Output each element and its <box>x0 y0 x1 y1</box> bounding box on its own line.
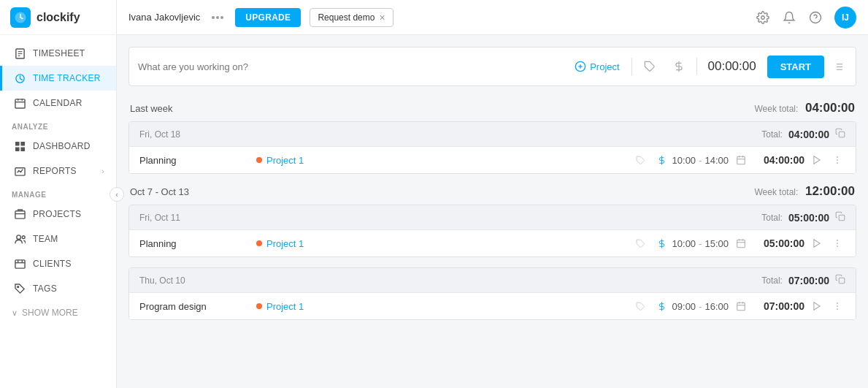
sidebar-item-tags-label: TAGS <box>33 284 57 294</box>
day-total-value-2: 05:00:00 <box>788 212 829 224</box>
project-picker-label: Project <box>590 61 619 72</box>
sidebar-item-reports[interactable]: REPORTS › <box>0 159 116 183</box>
sidebar-item-clients[interactable]: CLIENTS <box>0 251 116 276</box>
day-copy-icon-1[interactable] <box>835 128 845 140</box>
day-header-right-2: Total: 05:00:00 <box>761 211 845 224</box>
week-label-2: Oct 7 - Oct 13 <box>130 186 189 197</box>
analyze-section-label: ANALYZE <box>0 115 116 134</box>
list-view-toggle-button[interactable] <box>830 58 847 75</box>
demo-close-icon[interactable]: × <box>379 12 385 23</box>
svg-point-17 <box>22 235 25 238</box>
project-picker-button[interactable]: Project <box>569 58 625 75</box>
sidebar-item-calendar[interactable]: CALENDAR <box>0 91 116 115</box>
sidebar-item-team[interactable]: TEAM <box>0 227 116 251</box>
entry-project-name[interactable]: Project 1 <box>266 301 304 312</box>
team-icon <box>14 233 26 245</box>
entry-tag-button[interactable] <box>630 302 651 311</box>
svg-rect-39 <box>737 156 745 164</box>
svg-point-67 <box>837 305 838 307</box>
sidebar-collapse-button[interactable]: ‹ <box>110 187 124 202</box>
sidebar-item-reports-label: REPORTS <box>33 166 77 176</box>
clockify-logo-svg <box>14 11 27 24</box>
day-header-right-3: Total: 07:00:00 <box>761 274 845 286</box>
sidebar-item-team-label: TEAM <box>33 234 58 244</box>
svg-rect-61 <box>737 303 745 311</box>
svg-point-16 <box>16 235 20 239</box>
svg-rect-12 <box>15 147 19 151</box>
entry-billable-button[interactable] <box>651 302 672 311</box>
entry-play-button[interactable] <box>804 301 829 311</box>
settings-icon[interactable] <box>756 10 770 25</box>
logo-icon <box>10 7 31 28</box>
time-tracker-icon <box>14 72 26 84</box>
entry-project-info: Project 1 <box>256 238 304 249</box>
week-total-label-2: Week total: <box>755 187 799 197</box>
entry-project-info: Project 1 <box>256 155 304 166</box>
entry-calendar-button[interactable] <box>729 238 753 248</box>
entry-more-button[interactable] <box>829 301 845 311</box>
entry-billable-button[interactable] <box>651 156 672 165</box>
entry-more-button[interactable] <box>829 238 845 248</box>
sidebar-item-time-tracker[interactable]: TIME TRACKER <box>0 66 116 91</box>
sidebar-item-clients-label: CLIENTS <box>33 259 72 269</box>
time-separator: - <box>699 155 702 166</box>
day-copy-icon-2[interactable] <box>835 211 845 224</box>
entry-project-name[interactable]: Project 1 <box>266 155 304 166</box>
request-demo-button[interactable]: Request demo × <box>310 8 393 27</box>
entry-project-name[interactable]: Project 1 <box>266 238 304 249</box>
entry-calendar-button[interactable] <box>729 301 753 311</box>
svg-point-66 <box>837 303 838 304</box>
week-header-1: Last week Week total: 04:00:00 <box>128 101 856 115</box>
svg-point-45 <box>837 159 838 161</box>
svg-rect-18 <box>15 259 24 267</box>
reports-chevron-icon: › <box>101 167 104 175</box>
user-avatar[interactable]: IJ <box>834 7 856 28</box>
entry-billable-button[interactable] <box>651 239 672 248</box>
show-more-button[interactable]: ∨ SHOW MORE <box>0 301 116 324</box>
table-row: Planning Project 1 10:00 - <box>129 147 856 173</box>
show-more-label: SHOW MORE <box>22 308 78 318</box>
svg-rect-13 <box>20 147 25 151</box>
entry-more-button[interactable] <box>829 155 845 165</box>
sidebar-item-timesheet[interactable]: TIMESHEET <box>0 41 116 66</box>
table-row: Planning Project 1 10:00 - <box>129 230 856 256</box>
sidebar-item-tags[interactable]: TAGS <box>0 276 116 301</box>
svg-rect-58 <box>839 278 845 284</box>
entry-play-button[interactable] <box>804 238 829 248</box>
entry-calendar-button[interactable] <box>729 155 753 165</box>
billable-toggle-button[interactable] <box>667 58 691 75</box>
task-description-input[interactable] <box>138 61 563 72</box>
entry-tag-button[interactable] <box>630 156 651 165</box>
header-more-button[interactable] <box>209 13 226 22</box>
sidebar: clockify TIMESHEET TIME TRACKER CALENDAR… <box>0 0 117 388</box>
calendar-icon <box>14 97 26 109</box>
start-timer-button[interactable]: START <box>767 56 824 78</box>
entry-tag-button[interactable] <box>630 239 651 248</box>
day-total-label-3: Total: <box>761 275 783 286</box>
day-header-fri-oct11: Fri, Oct 11 Total: 05:00:00 <box>129 205 856 230</box>
bell-icon[interactable] <box>782 10 796 25</box>
entry-play-button[interactable] <box>804 155 829 165</box>
upgrade-button[interactable]: UPGRADE <box>235 8 301 27</box>
tag-picker-button[interactable] <box>638 58 661 75</box>
sidebar-item-projects[interactable]: PROJECTS <box>0 202 116 227</box>
project-color-dot <box>256 303 262 309</box>
day-copy-icon-3[interactable] <box>835 274 845 286</box>
svg-rect-50 <box>737 240 745 248</box>
project-color-dot <box>256 240 262 246</box>
entry-start-time: 10:00 <box>672 155 696 166</box>
project-color-dot <box>256 157 262 163</box>
entry-time-range: 10:00 - 15:00 <box>672 238 729 249</box>
entry-time-range: 09:00 - 16:00 <box>672 301 729 312</box>
svg-rect-15 <box>15 210 24 218</box>
day-date-fri-oct18: Fri, Oct 18 <box>139 129 180 140</box>
logo-area: clockify <box>0 0 116 35</box>
entry-description: Program design <box>139 301 256 312</box>
content-area: Project 00:00:00 START Last week Week to… <box>117 35 868 388</box>
timesheet-icon <box>14 47 26 59</box>
svg-point-23 <box>810 12 821 23</box>
entry-description: Planning <box>139 155 256 166</box>
sidebar-item-dashboard[interactable]: DASHBOARD <box>0 134 116 159</box>
help-icon[interactable] <box>808 10 823 25</box>
entry-end-time: 15:00 <box>704 238 729 249</box>
